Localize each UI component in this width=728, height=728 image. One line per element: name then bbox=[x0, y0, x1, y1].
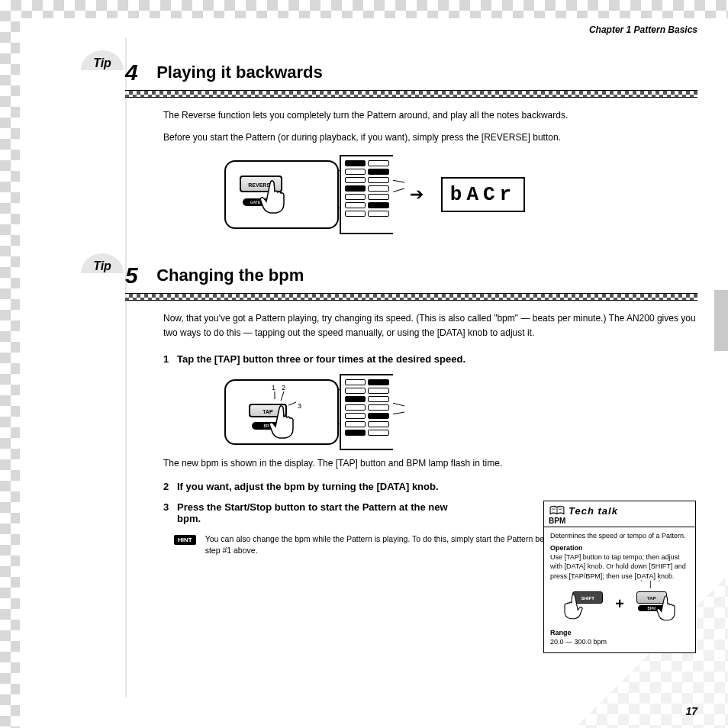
hint-text: You can also change the bpm while the Pa… bbox=[205, 533, 571, 556]
arrow-right-icon: ➔ bbox=[410, 185, 424, 205]
tip-title: Playing it backwards bbox=[156, 63, 323, 82]
tip-rule bbox=[125, 293, 697, 301]
tap-panel: 1 2 3 TAP BPM bbox=[224, 379, 339, 445]
hand-press-icon bbox=[656, 594, 679, 622]
hint-row: HINT You can also change the bpm while t… bbox=[174, 533, 571, 556]
step-text: If you want, adjust the bpm by turning t… bbox=[177, 481, 439, 492]
step-number: 2 bbox=[163, 481, 177, 492]
tip-number: 5 bbox=[125, 263, 138, 288]
page-number: 17 bbox=[685, 705, 697, 717]
plus-icon: + bbox=[615, 594, 624, 614]
hand-press-icon bbox=[560, 593, 583, 620]
tap-button-graphic: ` | ´ TAP BPM bbox=[629, 587, 675, 622]
tip5-figure: 1 2 3 TAP BPM bbox=[224, 374, 697, 450]
tap-count-labels: 1 2 bbox=[272, 384, 285, 391]
flash-rays-icon: ` | ´ bbox=[640, 579, 663, 590]
tip-rule bbox=[125, 90, 697, 98]
tip4-para2: Before you start the Pattern (or during … bbox=[163, 130, 697, 145]
tip5-intro: Now, that you've got a Pattern playing, … bbox=[163, 311, 697, 340]
hint-badge: HINT bbox=[174, 535, 196, 545]
page-side-tab bbox=[714, 290, 728, 351]
tap-1: 1 bbox=[272, 384, 275, 391]
step-text: Tap the [TAP] button three or four times… bbox=[177, 353, 465, 365]
step-number: 1 bbox=[163, 353, 177, 365]
tip-4-section: Tip 4 Playing it backwards The Reverse f… bbox=[125, 60, 697, 234]
operation-text: Use [TAP] button to tap tempo; then adju… bbox=[550, 552, 689, 580]
tech-talk-desc: Determines the speed or tempo of a Patte… bbox=[550, 531, 689, 540]
device-panel-icon bbox=[340, 155, 393, 234]
step-text: Press the Start/Stop button to start the… bbox=[177, 501, 469, 524]
tip-title: Changing the bpm bbox=[156, 266, 304, 285]
tip4-para1: The Reverse function lets you completely… bbox=[163, 108, 697, 123]
operation-label: Operation bbox=[550, 543, 689, 552]
tip5-step2: 2 If you want, adjust the bpm by turning… bbox=[163, 481, 697, 492]
lcd-display: bACr bbox=[441, 177, 525, 212]
tech-talk-subtitle: BPM bbox=[544, 517, 695, 527]
step-number: 3 bbox=[163, 501, 177, 524]
tap-2: 2 bbox=[282, 384, 285, 391]
page-deco-checker-left bbox=[0, 0, 20, 728]
tip4-figure: REVERSE GATE TIME ➔ bACr bbox=[224, 155, 697, 234]
hand-press-icon bbox=[269, 404, 299, 440]
reverse-panel: REVERSE GATE TIME bbox=[224, 160, 339, 229]
device-panel-icon bbox=[340, 374, 393, 450]
tech-talk-title: Tech talk bbox=[569, 505, 618, 517]
book-icon bbox=[549, 504, 565, 517]
tip4-body: The Reverse function lets you completely… bbox=[163, 108, 697, 144]
hand-press-icon bbox=[259, 179, 290, 215]
range-value: 20.0 — 300.0 bpm bbox=[550, 637, 689, 646]
tip-tab: Tip bbox=[81, 50, 124, 70]
svg-line-3 bbox=[281, 391, 284, 401]
tech-talk-box: Tech talk BPM Determines the speed or te… bbox=[543, 501, 696, 653]
tip5-intro-text: Now, that you've got a Pattern playing, … bbox=[163, 311, 697, 340]
tip5-step1: 1 Tap the [TAP] button three or four tim… bbox=[163, 353, 697, 365]
tech-talk-figure: SHIFT + ` | ´ TAP BPM bbox=[550, 587, 689, 622]
tip-number: 4 bbox=[125, 60, 138, 85]
shift-button-graphic: SHIFT bbox=[565, 587, 610, 622]
tip-tab: Tip bbox=[81, 253, 124, 273]
range-label: Range bbox=[550, 628, 689, 637]
page-deco-checker-top bbox=[0, 0, 728, 18]
tip5-after-step1: The new bpm is shown in the display. The… bbox=[163, 458, 560, 469]
chapter-header: Chapter 1 Pattern Basics bbox=[589, 24, 697, 35]
